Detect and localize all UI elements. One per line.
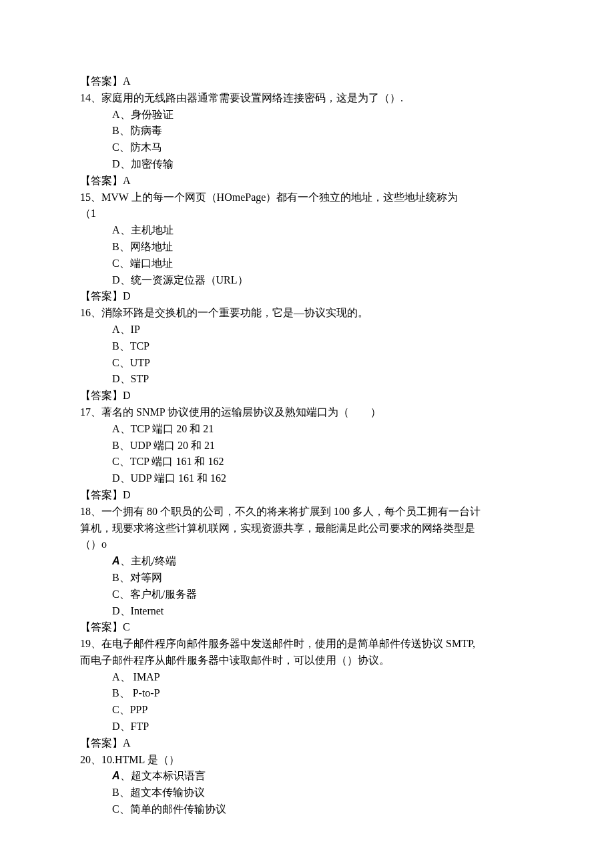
answer-label: 【答案】 [80, 489, 123, 500]
option-a-rest: 、超文本标识语言 [120, 770, 206, 781]
document-page: 【答案】A 14、家庭用的无线路由器通常需要设置网络连接密码，这是为了（）. A… [0, 0, 614, 868]
option-b: B、超文本传输协议 [80, 785, 534, 801]
question-stem: 15、MVW 上的每一个网页（HOmePage）都有一个独立的地址，这些地址统称… [80, 189, 534, 206]
answer-value: D [123, 290, 131, 302]
answer-line: 【答案】D [80, 487, 534, 504]
option-d: D、Internet [80, 603, 534, 620]
option-a: A、主机地址 [80, 222, 534, 239]
option-a: A、 IMAP [80, 669, 534, 686]
question-stem: 14、家庭用的无线路由器通常需要设置网络连接密码，这是为了（）. [80, 90, 534, 107]
option-d: D、统一资源定位器（URL） [80, 272, 534, 289]
option-c: C、防木马 [80, 139, 534, 156]
option-c: C、客户机/服务器 [80, 586, 534, 603]
answer-line: 【答案】D [80, 288, 534, 305]
option-d: D、加密传输 [80, 156, 534, 173]
answer-label: 【答案】 [80, 290, 123, 302]
option-b: B、网络地址 [80, 239, 534, 256]
answer-line: 【答案】A [80, 73, 534, 90]
option-b: B、对等网 [80, 570, 534, 586]
option-a-prefix: A [112, 770, 120, 781]
option-b: B、TCP [80, 338, 534, 355]
option-a-rest: 、主机/终端 [120, 555, 176, 566]
answer-value: A [123, 75, 131, 87]
option-b: B、UDP 端口 20 和 21 [80, 438, 534, 454]
question-stem: 16、消除环路是交换机的一个重要功能，它是—协议实现的。 [80, 305, 534, 322]
option-d: D、FTP [80, 719, 534, 735]
answer-line: 【答案】A [80, 735, 534, 752]
answer-line: 【答案】C [80, 619, 534, 636]
option-d: D、UDP 端口 161 和 162 [80, 470, 534, 487]
answer-value: C [123, 621, 130, 632]
option-c: C、TCP 端口 161 和 162 [80, 454, 534, 470]
option-c: C、端口地址 [80, 256, 534, 272]
question-stem: 17、著名的 SNMP 协议使用的运输层协议及熟知端口为（ ） [80, 404, 534, 421]
question-stem-cont: （1 [80, 205, 534, 222]
question-stem: 19、在电子邮件程序向邮件服务器中发送邮件时，使用的是简单邮件传送协议 SMTP… [80, 636, 534, 653]
answer-value: D [123, 390, 131, 401]
question-stem-cont: 而电子邮件程序从邮件服务器中读取邮件时，可以使用（）协议。 [80, 653, 534, 669]
option-a: A、身份验证 [80, 107, 534, 123]
option-a: A、TCP 端口 20 和 21 [80, 421, 534, 438]
answer-value: A [123, 737, 131, 749]
option-c: C、PPP [80, 702, 534, 719]
answer-label: 【答案】 [80, 390, 123, 401]
option-a-prefix: A [112, 555, 120, 566]
option-a: A、IP [80, 322, 534, 338]
option-a: A、超文本标识语言 [80, 768, 534, 785]
option-c: C、UTP [80, 355, 534, 372]
answer-label: 【答案】 [80, 737, 123, 749]
answer-value: D [123, 489, 131, 500]
answer-label: 【答案】 [80, 621, 123, 632]
question-stem: 18、一个拥有 80 个职员的公司，不久的将来将扩展到 100 多人，每个员工拥… [80, 504, 534, 520]
option-b: B、 P-to-P [80, 685, 534, 702]
answer-line: 【答案】D [80, 388, 534, 404]
answer-value: A [123, 175, 131, 186]
option-c: C、简单的邮件传输协议 [80, 801, 534, 818]
question-stem-cont: （）o [80, 536, 534, 553]
option-a: A、主机/终端 [80, 553, 534, 570]
answer-label: 【答案】 [80, 75, 123, 87]
answer-label: 【答案】 [80, 175, 123, 186]
question-stem: 20、10.HTML 是（） [80, 752, 534, 769]
option-b: B、防病毒 [80, 123, 534, 139]
question-stem-cont: 算机，现要求将这些计算机联网，实现资源共享，最能满足此公司要求的网络类型是 [80, 520, 534, 537]
option-d: D、STP [80, 371, 534, 388]
answer-line: 【答案】A [80, 173, 534, 189]
